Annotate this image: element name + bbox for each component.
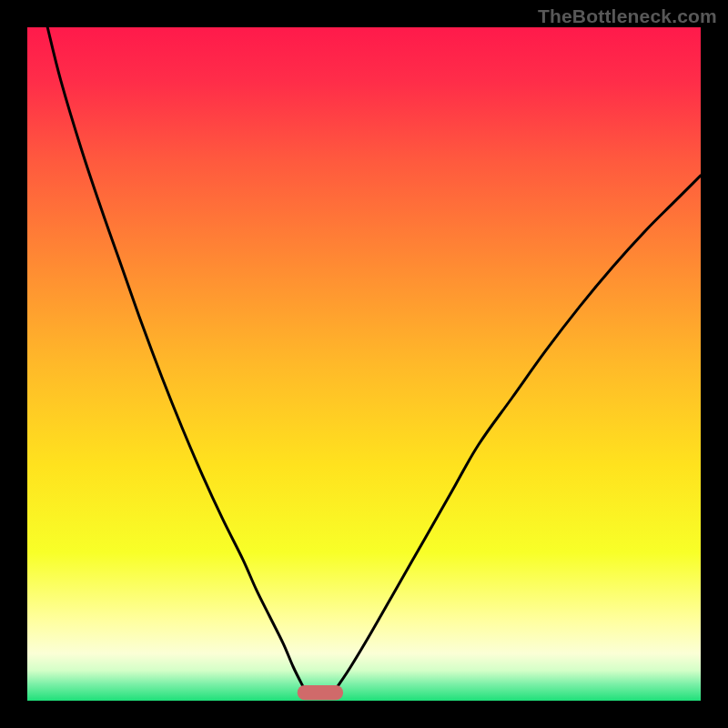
bottom-marker (298, 685, 343, 700)
watermark-text: TheBottleneck.com (538, 5, 717, 27)
plot-area (27, 27, 701, 701)
gradient-background (27, 27, 701, 701)
chart-svg (27, 27, 701, 701)
bottom-marker (298, 685, 343, 700)
chart-frame: TheBottleneck.com (0, 0, 728, 728)
